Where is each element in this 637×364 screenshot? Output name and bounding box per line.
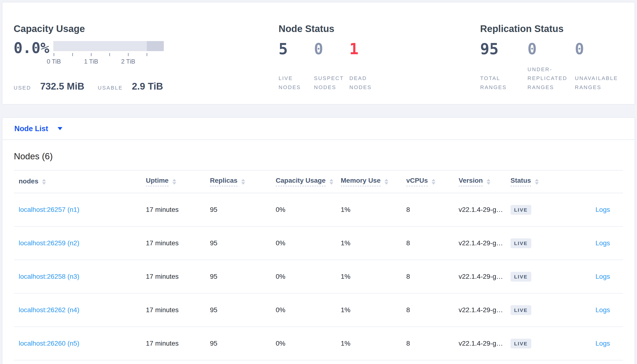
capacity-cell: 0% [276, 239, 341, 247]
capacity-bar-chart: 0 TiB 1 TiB 2 TiB [53, 41, 164, 65]
replicas-cell: 95 [210, 239, 276, 247]
capacity-usage-title: Capacity Usage [14, 24, 278, 34]
status-cell: LIVE [510, 339, 562, 348]
dead-nodes-value: 1 [349, 41, 385, 57]
node-status-panel: Node Status 5 LIVE NODES 0 SUSPECT NODES… [278, 24, 480, 92]
version-cell: v22.1.4-29-g… [459, 340, 510, 347]
logs-link[interactable]: Logs [595, 273, 610, 280]
axis-tick [128, 53, 129, 56]
node-cell: localhost:26257 (n1) [14, 206, 146, 214]
node-list-dropdown[interactable]: Node List [14, 124, 62, 133]
table-row: localhost:26262 (n4) 17 minutes 95 0% 1%… [14, 294, 623, 327]
total-ranges-stat: 95 TOTAL RANGES [480, 41, 527, 92]
node-link[interactable]: localhost:26260 (n5) [19, 340, 79, 347]
status-badge: LIVE [510, 238, 531, 248]
node-list-toolbar: Node List [3, 118, 634, 140]
capacity-footer: USED 732.5 MiB USABLE 2.9 TiB [14, 81, 278, 92]
status-badge: LIVE [510, 205, 531, 215]
suspect-nodes-label: SUSPECT NODES [314, 74, 349, 92]
table-row: localhost:26258 (n3) 17 minutes 95 0% 1%… [14, 260, 623, 294]
axis-tick-label: 1 TiB [84, 58, 98, 65]
column-header-nodes[interactable]: nodes [14, 178, 146, 186]
memory-cell: 1% [341, 306, 406, 314]
node-status-title: Node Status [278, 24, 480, 34]
status-badge: LIVE [510, 339, 531, 348]
column-header-status[interactable]: Status [510, 177, 562, 186]
cluster-summary-card: Capacity Usage 0.0% 0 TiB 1 TiB 2 TiB US… [2, 2, 635, 104]
sort-icon [330, 179, 333, 185]
sort-icon [172, 179, 176, 185]
logs-link[interactable]: Logs [595, 306, 610, 314]
column-header-replicas[interactable]: Replicas [210, 177, 276, 186]
column-header-capacity-usage[interactable]: Capacity Usage [276, 177, 341, 186]
total-ranges-value: 95 [480, 41, 527, 57]
version-cell: v22.1.4-29-g… [459, 239, 510, 247]
suspect-nodes-stat: 0 SUSPECT NODES [314, 41, 349, 92]
version-cell: v22.1.4-29-g… [459, 273, 510, 280]
status-cell: LIVE [510, 305, 562, 315]
status-badge: LIVE [510, 305, 531, 315]
memory-cell: 1% [341, 206, 406, 214]
column-header-memory-use[interactable]: Memory Use [341, 177, 406, 186]
sort-icon [42, 179, 46, 185]
under-replicated-ranges-value: 0 [527, 41, 575, 57]
column-header-uptime[interactable]: Uptime [146, 177, 210, 186]
under-replicated-ranges-stat: 0 UNDER-REPLICATED RANGES [527, 41, 575, 92]
node-link[interactable]: localhost:26258 (n3) [19, 273, 79, 280]
vcpus-cell: 8 [406, 206, 459, 214]
vcpus-cell: 8 [406, 340, 459, 347]
column-header-vcpus[interactable]: vCPUs [406, 177, 459, 186]
sort-icon [385, 179, 388, 185]
table-row: localhost:26259 (n2) 17 minutes 95 0% 1%… [14, 227, 623, 260]
logs-cell: Logs [562, 306, 623, 314]
logs-link[interactable]: Logs [595, 239, 610, 247]
capacity-cell: 0% [276, 273, 341, 280]
under-replicated-ranges-label: UNDER-REPLICATED RANGES [527, 65, 570, 92]
status-badge: LIVE [510, 272, 531, 282]
logs-link[interactable]: Logs [595, 340, 610, 347]
axis-tick-label: 2 TiB [121, 58, 135, 65]
capacity-cell: 0% [276, 340, 341, 347]
axis-tick [54, 53, 54, 56]
node-cell: localhost:26259 (n2) [14, 239, 146, 247]
sort-icon [241, 179, 245, 185]
axis-tick [109, 53, 110, 56]
replicas-cell: 95 [210, 206, 276, 214]
capacity-cell: 0% [276, 206, 341, 214]
axis-tick [72, 53, 73, 56]
capacity-gauge: 0.0% 0 TiB 1 TiB 2 TiB [14, 41, 278, 65]
sort-icon [535, 179, 539, 185]
logs-cell: Logs [562, 273, 623, 280]
vcpus-cell: 8 [406, 239, 459, 247]
uptime-cell: 17 minutes [146, 206, 210, 214]
logs-link[interactable]: Logs [595, 206, 610, 213]
version-cell: v22.1.4-29-g… [459, 206, 510, 214]
replicas-cell: 95 [210, 306, 276, 314]
uptime-cell: 17 minutes [146, 306, 210, 314]
replication-status-title: Replication Status [480, 24, 634, 34]
node-link[interactable]: localhost:26259 (n2) [19, 239, 79, 247]
sort-icon [487, 179, 490, 185]
capacity-bar [53, 41, 164, 51]
node-link[interactable]: localhost:26262 (n4) [19, 306, 79, 314]
dead-nodes-label: DEAD NODES [349, 74, 385, 92]
capacity-cell: 0% [276, 306, 341, 314]
memory-cell: 1% [341, 340, 406, 347]
logs-cell: Logs [562, 340, 623, 347]
suspect-nodes-value: 0 [314, 41, 349, 57]
status-cell: LIVE [510, 205, 562, 215]
usable-label: USABLE [98, 85, 123, 91]
table-row: localhost:26257 (n1) 17 minutes 95 0% 1%… [14, 193, 623, 227]
uptime-cell: 17 minutes [146, 340, 210, 347]
usable-value: 2.9 TiB [132, 81, 163, 92]
uptime-cell: 17 minutes [146, 273, 210, 280]
nodes-count-heading: Nodes (6) [14, 140, 623, 162]
node-link[interactable]: localhost:26257 (n1) [19, 206, 79, 213]
unavailable-ranges-label: UNAVAILABLE RANGES [575, 74, 618, 92]
used-label: USED [14, 85, 31, 91]
status-cell: LIVE [510, 238, 562, 248]
status-cell: LIVE [510, 272, 562, 282]
live-nodes-value: 5 [278, 41, 314, 57]
chevron-down-icon [58, 127, 62, 130]
column-header-version[interactable]: Version [459, 177, 510, 186]
